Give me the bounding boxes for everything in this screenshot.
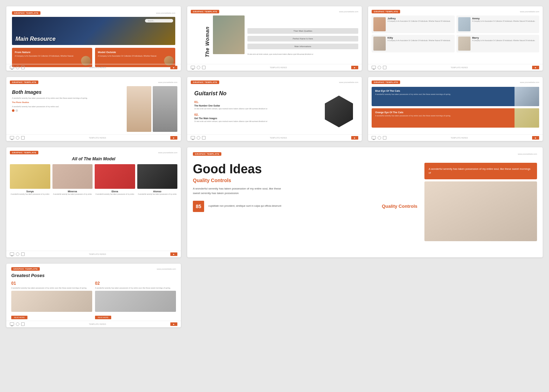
slide9-footer: TEMPLATE HERES ▶: [6, 321, 181, 327]
slide2-photo-inner: [213, 15, 245, 54]
slide-main-resource[interactable]: GRAPHIC TEMPLATE www.yourwebsite.com Sea…: [6, 6, 181, 71]
slide7-text-alonso: A wonderful serenity has taken possessio…: [137, 193, 178, 195]
slide2-footer: TEMPLATE HERES ▶: [187, 64, 362, 71]
slide1-card2-title: Model Outside: [98, 51, 172, 54]
slide5-num2: 02.: [194, 113, 320, 116]
slide4-link[interactable]: The Photo Studios: [12, 101, 122, 103]
slide-the-woman[interactable]: GRAPHIC TEMPLATE www.yourwebsite.com The…: [187, 6, 362, 71]
slide4-footer-icons: [10, 136, 25, 140]
slide2-footer-btn[interactable]: ▶: [351, 66, 358, 69]
slide9-url: www.yourwebsite.com: [157, 268, 176, 270]
slide6-footer-btn[interactable]: ▶: [532, 136, 539, 140]
greatest-text1: A wonderful serenity has taken possessio…: [11, 287, 92, 289]
slide2-btn1[interactable]: Their Main Qualities: [247, 28, 358, 34]
greatest-num2: 02: [95, 281, 176, 286]
slide5-badge: GRAPHIC TEMPLATE: [191, 81, 219, 84]
slide7-model-sonya: Sonya A wonderful serenity has taken pos…: [10, 164, 50, 195]
slide3-grid: Joffrey A Company Is An Association Or C…: [372, 15, 539, 52]
slide7-model-elena: Elena A wonderful serenity has taken pos…: [95, 164, 135, 195]
slide7-title: All of The Main Model: [10, 156, 177, 161]
slide-good-ideas[interactable]: GRAPHIC TEMPLATE www.yourwebsite.com Goo…: [187, 147, 543, 257]
slide4-footer-btn[interactable]: ▶: [170, 136, 177, 140]
slide4-footer-text: TEMPLATE HERES: [89, 137, 106, 139]
slide2-btn2[interactable]: Perfect Name Is Here: [247, 36, 358, 41]
slide7-footer-btn[interactable]: ▶: [170, 252, 177, 256]
slide4-left: Both Images A wonderful serenity has tak…: [10, 86, 124, 139]
slide3-member-2: Ammy A Company Is An Association Or Coll…: [456, 15, 539, 33]
globe-icon: [16, 66, 19, 69]
greatest-photo-2: [95, 291, 176, 312]
slide-both-images[interactable]: GRAPHIC TEMPLATE www.yourwebsite.com Bot…: [6, 77, 181, 141]
slide6-card1-text: A wonderful serenity has taken possessio…: [375, 93, 511, 96]
slide-team[interactable]: GRAPHIC TEMPLATE www.yourwebsite.com Jof…: [368, 6, 543, 71]
slide5-hex: [323, 94, 355, 129]
slide3-member1-desc: A Company Is An Association Or Collectio…: [387, 20, 450, 23]
cart-icon9: [21, 322, 25, 326]
slide5-item2-text: Ut wisi enim ad minim veniam, quis nostr…: [194, 120, 320, 123]
slide3-member2-name: Ammy: [472, 17, 535, 20]
slide6-card-orange: Orange Eye Of The Cats A wonderful seren…: [372, 108, 539, 128]
dot-inactive[interactable]: [15, 109, 18, 112]
slide5-url: www.yourwebsite.com: [339, 81, 358, 83]
slide9-footer-btn[interactable]: ▶: [170, 322, 177, 326]
slide2-buttons: Their Main Qualities Perfect Name Is Her…: [247, 15, 358, 69]
slide3-member2-desc: A Company Is An Association Or Collectio…: [472, 20, 535, 23]
slide7-photo-elena: [95, 164, 135, 189]
slide5-title: Guitarist No: [194, 90, 320, 97]
dot-active[interactable]: [12, 109, 14, 112]
slide3-member-3: Kitty A Company Is An Association Or Col…: [372, 35, 455, 52]
hex-img: [325, 96, 353, 127]
slide1-footer-icons: [10, 66, 25, 69]
slide-main-model[interactable]: GRAPHIC TEMPLATE www.yourwebsite.com All…: [6, 147, 181, 257]
greatest-text2: A wonderful serenity has taken possessio…: [95, 287, 176, 289]
slide5-footer-btn[interactable]: ▶: [351, 136, 358, 140]
slide3-photo-1: [373, 17, 386, 31]
greatest-readmore2[interactable]: READ MORE: [95, 316, 111, 319]
slide4-text2: A wonderful serenity has taken possessio…: [12, 105, 122, 108]
monitor-icon3: [372, 66, 376, 69]
slide4-text1: A wonderful serenity has taken possessio…: [12, 97, 122, 100]
hex-shape: [325, 96, 353, 127]
globe-icon4: [16, 136, 19, 140]
slide9-topbar: GRAPHIC TEMPLATE www.yourwebsite.com: [11, 267, 176, 271]
search-placeholder: Search...: [148, 20, 155, 22]
slide2-badge: GRAPHIC TEMPLATE: [191, 10, 219, 13]
slide6-card1-photo: [515, 87, 539, 106]
slide6-topbar: GRAPHIC TEMPLATE www.yourwebsite.com: [372, 81, 539, 84]
slide5-item1-text: Ut wisi enim ad minim veniam, quis nostr…: [194, 108, 320, 110]
slide7-name-sonya: Sonya: [10, 190, 50, 193]
cart-icon2: [202, 66, 206, 69]
slide9-badge: GRAPHIC TEMPLATE: [11, 267, 40, 271]
slide7-model-minerva: Minerva A wonderful serenity has taken p…: [52, 164, 93, 195]
slide8-desc: A wonderful serenity has taken possessio…: [193, 187, 284, 196]
slide6-badge: GRAPHIC TEMPLATE: [372, 81, 400, 84]
slide-guitarist[interactable]: GRAPHIC TEMPLATE www.yourwebsite.com Gui…: [187, 77, 362, 141]
slide2-btn3[interactable]: Main Informations: [247, 44, 358, 49]
slide-greatest-poses[interactable]: GRAPHIC TEMPLATE www.yourwebsite.com Gre…: [6, 264, 181, 327]
monitor-icon9: [10, 322, 14, 326]
slide4-photo-2: [153, 86, 177, 132]
slide8-main-title: Good Ideas: [193, 163, 417, 175]
slide1-footer-btn[interactable]: ▶: [170, 66, 177, 69]
slide8-stat-num: 85: [193, 201, 204, 212]
slide7-text-minerva: A wonderful serenity has taken possessio…: [52, 193, 93, 195]
greatest-item1: 01 A wonderful serenity has taken posses…: [11, 281, 92, 320]
slide8-badge: GRAPHIC TEMPLATE: [193, 152, 221, 156]
slide6-footer: TEMPLATE HERES ▶: [368, 134, 543, 141]
slide7-footer: TEMPLATE HERES ▶: [6, 251, 181, 257]
monitor-icon: [10, 66, 14, 69]
slide7-badge: GRAPHIC TEMPLATE: [10, 151, 38, 154]
slide1-search[interactable]: Search...: [145, 19, 173, 23]
globe-icon5: [197, 136, 200, 140]
greatest-readmore1[interactable]: READ MORE: [11, 316, 27, 319]
cart-icon5: [202, 136, 206, 140]
slide3-member4-desc: A Company Is An Association Or Collectio…: [472, 40, 535, 42]
slide3-footer-btn[interactable]: ▶: [532, 66, 539, 69]
slide3-member2-info: Ammy A Company Is An Association Or Coll…: [472, 17, 535, 23]
slide8-url: www.yourwebsite.com: [518, 153, 537, 155]
slide-eye[interactable]: GRAPHIC TEMPLATE www.yourwebsite.com Blu…: [368, 77, 543, 141]
slide7-models: Sonya A wonderful serenity has taken pos…: [10, 164, 177, 195]
slide7-text-sonya: A wonderful serenity has taken possessio…: [10, 193, 50, 195]
slide8-orange-box: A wonderful serenity has taken possessio…: [424, 163, 537, 179]
slide6-url: www.yourwebsite.com: [520, 81, 539, 83]
